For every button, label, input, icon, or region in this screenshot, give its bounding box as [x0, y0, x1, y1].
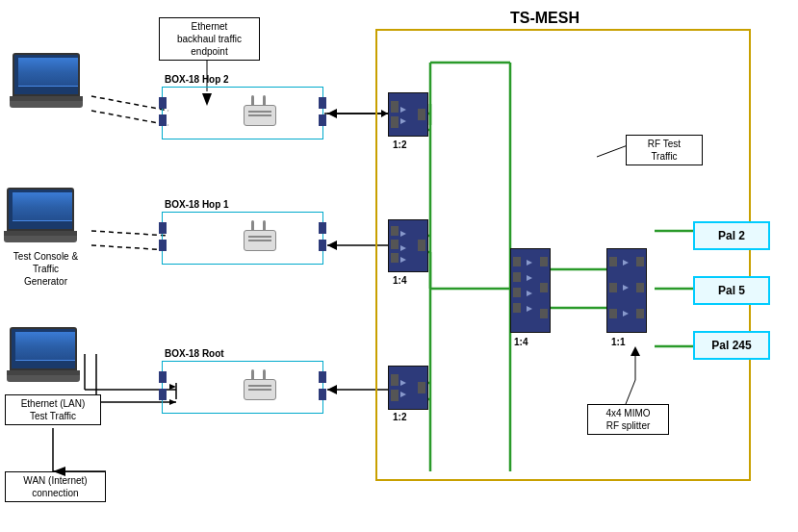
svg-marker-48: [400, 231, 406, 237]
svg-marker-38: [327, 241, 337, 250]
svg-marker-36: [327, 109, 337, 118]
pal5-label: Pal 5: [718, 284, 745, 297]
pal245-label: Pal 245: [711, 339, 751, 352]
svg-line-2: [91, 231, 168, 236]
pal5-box: Pal 5: [693, 276, 770, 305]
svg-marker-59: [623, 311, 629, 317]
pal2-label: Pal 2: [718, 229, 745, 242]
splitter-1-2-hop2-label: 1:2: [393, 139, 406, 150]
box18-hop2-label: BOX-18 Hop 2: [165, 74, 229, 85]
svg-line-1: [91, 111, 168, 125]
svg-line-0: [91, 96, 168, 111]
port-hop1-left-top: [159, 222, 167, 234]
mimo-callout: 4x4 MIMORF splitter: [587, 404, 669, 435]
box18-root-label: BOX-18 Root: [165, 348, 224, 359]
laptop-top: [8, 53, 85, 111]
port-hop2-left-bot: [159, 114, 167, 126]
splitter-1-2-hop2: [388, 92, 428, 137]
svg-marker-47: [400, 118, 406, 124]
splitter-1-1: [606, 248, 647, 333]
wan-callout: WAN (Internet)connection: [5, 471, 106, 502]
router-root: [242, 369, 278, 400]
splitter-1-4-hop1: [388, 219, 428, 272]
svg-marker-57: [623, 260, 629, 266]
svg-marker-56: [527, 306, 532, 312]
port-hop1-right-top: [319, 222, 326, 234]
svg-marker-52: [400, 392, 406, 397]
network-diagram: TS-MESH Ethernetbackhaul trafficendpoint…: [0, 0, 798, 532]
svg-marker-40: [327, 385, 337, 394]
rf-test-callout: RF TestTraffic: [626, 135, 703, 165]
box18-hop2: BOX-18 Hop 2: [162, 87, 323, 139]
svg-marker-51: [400, 380, 406, 386]
svg-line-3: [91, 245, 168, 250]
splitter-1-1-label: 1:1: [611, 337, 625, 347]
splitter-arrows-3: [389, 367, 429, 411]
port-hop1-right-bot: [319, 240, 326, 251]
svg-marker-46: [400, 107, 406, 113]
box18-root: BOX-18 Root: [162, 361, 323, 414]
ts-mesh-box: [375, 29, 751, 481]
port-hop2-right-top: [319, 97, 326, 109]
svg-marker-54: [527, 275, 532, 281]
box18-hop1: BOX-18 Hop 1: [162, 212, 323, 265]
ts-mesh-label: TS-MESH: [510, 10, 579, 27]
splitter-1-2-root: [388, 366, 428, 410]
splitter-1-4-center: [510, 248, 551, 333]
pal245-box: Pal 245: [693, 331, 770, 360]
router-hop1: [242, 220, 278, 251]
svg-marker-55: [527, 291, 532, 296]
splitter-center-arrows: [511, 249, 552, 334]
svg-marker-53: [527, 260, 532, 266]
svg-marker-49: [400, 245, 406, 251]
splitter-1-4-center-label: 1:4: [514, 337, 528, 347]
port-root-left-top: [159, 371, 167, 383]
splitter-1-4-hop1-label: 1:4: [393, 275, 406, 286]
splitter-1-2-root-label: 1:2: [393, 412, 406, 422]
port-root-left-bot: [159, 389, 167, 400]
port-root-right-top: [319, 371, 326, 383]
pal2-box: Pal 2: [693, 221, 770, 250]
svg-marker-50: [400, 257, 406, 263]
splitter-1-1-arrows: [607, 249, 648, 334]
port-hop2-right-bot: [319, 114, 326, 126]
box18-hop1-label: BOX-18 Hop 1: [165, 199, 229, 210]
router-hop2: [242, 95, 278, 126]
test-console-label: Test Console &TrafficGenerator: [0, 250, 91, 288]
ethernet-backhaul-callout: Ethernetbackhaul trafficendpoint: [159, 17, 260, 61]
port-hop1-left-bot: [159, 240, 167, 251]
port-root-right-bot: [319, 389, 326, 400]
ethernet-lan-callout: Ethernet (LAN)Test Traffic: [5, 394, 101, 425]
splitter-arrows-2: [389, 220, 429, 273]
splitter-arrows-1: [389, 93, 429, 138]
svg-marker-58: [623, 285, 629, 291]
port-hop2-left-top: [159, 97, 167, 109]
